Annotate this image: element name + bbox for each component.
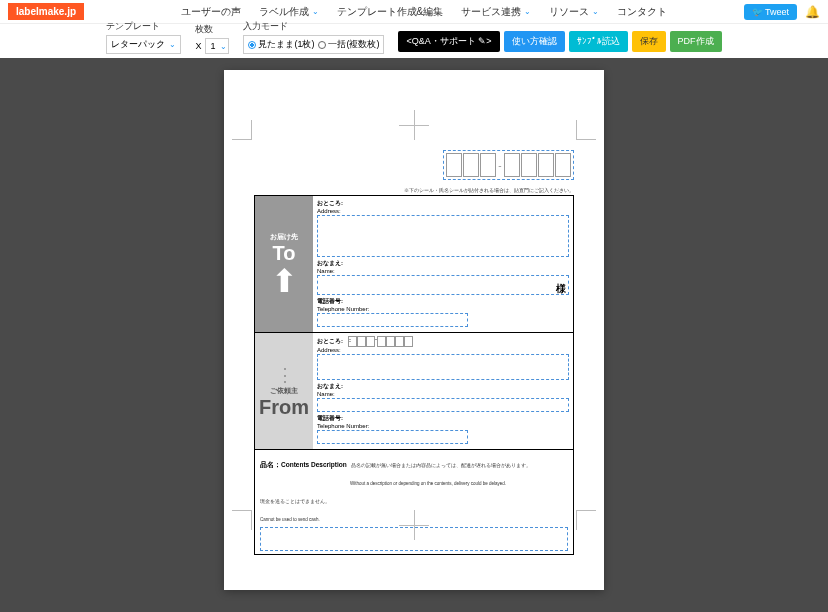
bell-icon[interactable]: 🔔 [805,5,820,19]
postal-code-input[interactable]: - [443,150,574,180]
to-address-input[interactable] [317,215,569,257]
nav-service-link[interactable]: サービス連携⌄ [461,5,531,19]
shipping-form: お届け先 To ⬆ おところ Address おなまえ Name [254,195,574,555]
logo[interactable]: labelmake.jp [8,3,84,20]
usage-button[interactable]: 使い方確認 [504,31,565,52]
main-nav: ユーザーの声 ラベル作成⌄ テンプレート作成&編集 サービス連携⌄ リソース⌄ … [104,5,744,19]
top-note: ※下のシール・氏名シールが貼付される場合は、貼直門にご記入ください。 [404,187,574,193]
to-name-input[interactable] [317,275,569,295]
sheets-label: 枚数 [195,23,229,36]
nav-contact[interactable]: コンタクト [617,5,667,19]
from-address-input[interactable] [317,354,569,380]
nav-users-voice[interactable]: ユーザーの声 [181,5,241,19]
sama-suffix: 様 [556,282,566,296]
from-name-input[interactable] [317,398,569,412]
canvas: - ※下のシール・氏名シールが貼付される場合は、貼直門にご記入ください。 お届け… [0,58,828,612]
mode-asis-radio[interactable]: 見たまま(1枚) [248,38,314,51]
crop-cross [399,110,429,140]
arrow-up-icon: ⬆ [271,265,298,297]
pdf-button[interactable]: PDF作成 [670,31,722,52]
template-label: テンプレート [106,20,181,33]
input-mode-label: 入力モード [243,20,384,33]
sheets-select[interactable]: 1⌄ [205,38,229,54]
chevron-down-icon: ⌄ [312,7,319,16]
sample-button[interactable]: ｻﾝﾌﾟﾙ読込 [569,31,628,52]
to-sidebar: お届け先 To ⬆ [255,196,313,332]
chevron-down-icon: ⌄ [524,7,531,16]
save-button[interactable]: 保存 [632,31,666,52]
crop-mark [576,510,596,530]
qa-button[interactable]: <Q&A・サポート ✎> [398,31,499,52]
nav-template-edit[interactable]: テンプレート作成&編集 [337,5,444,19]
x-label: X [195,41,201,51]
contents-input[interactable] [260,527,568,551]
from-phone-input[interactable] [317,430,468,444]
crop-mark [232,120,252,140]
to-phone-input[interactable] [317,313,468,327]
from-sidebar: ⋮ ご依頼主 From [255,333,313,449]
from-postal-input[interactable]: - [348,336,413,347]
template-select[interactable]: レターパック⌄ [106,35,181,54]
crop-mark [232,510,252,530]
mode-batch-radio[interactable]: 一括(複数枚) [318,38,379,51]
chevron-down-icon: ⌄ [169,40,176,49]
chevron-down-icon: ⌄ [592,7,599,16]
nav-resource[interactable]: リソース⌄ [549,5,599,19]
tweet-button[interactable]: 🐦 Tweet [744,4,797,20]
label-page: - ※下のシール・氏名シールが貼付される場合は、貼直門にご記入ください。 お届け… [224,70,604,590]
nav-label-create[interactable]: ラベル作成⌄ [259,5,319,19]
crop-mark [576,120,596,140]
chevron-down-icon: ⌄ [220,42,227,51]
